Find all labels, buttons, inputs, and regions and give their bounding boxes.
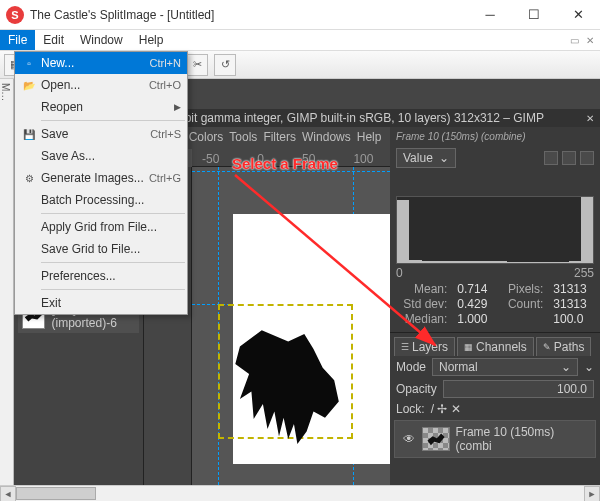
mode-value: Normal [439,360,478,374]
blank-icon [19,192,39,208]
window-minimize-button[interactable]: ─ [468,0,512,30]
menubar-edit[interactable]: Edit [35,30,72,50]
left-sidebar-tab[interactable]: M… [0,79,14,485]
panel-option-button[interactable] [580,151,594,165]
frame-heading: Frame 10 (150ms) (combine) [390,127,600,146]
menu-label: Exit [39,296,181,310]
menu-label: Preferences... [39,269,181,283]
save-icon: 💾 [19,126,39,142]
scroll-left-button[interactable]: ◄ [0,486,16,501]
menu-label: Reopen [39,100,170,114]
stat-value: 0.714 [457,282,492,296]
stat-value: 31313 [553,297,592,311]
visibility-eye-icon[interactable]: 👁 [401,432,416,446]
menu-separator [41,120,185,121]
blank-icon [19,148,39,164]
gimp-right-dock: Frame 10 (150ms) (combine) Value ⌄ 0 [390,127,600,485]
menu-open[interactable]: 📂 Open... Ctrl+O [15,74,187,96]
opacity-input[interactable]: 100.0 [443,380,594,398]
layer-list-row[interactable]: 👁 Frame 10 (150ms) (combi [394,420,596,458]
menu-shortcut: Ctrl+G [149,172,181,184]
menu-label: Batch Processing... [39,193,181,207]
menu-save-grid-to-file[interactable]: Save Grid to File... [15,238,187,260]
menu-exit[interactable]: Exit [15,292,187,314]
gimp-menu-item[interactable]: Filters [263,127,296,147]
layer-thumbnail [422,427,449,451]
layer-name: Frame 10 (150ms) (combi [456,425,589,453]
menu-save[interactable]: 💾 Save Ctrl+S [15,123,187,145]
channels-icon: ▦ [464,342,473,352]
scroll-right-button[interactable]: ► [584,486,600,501]
menu-label: Save Grid to File... [39,242,181,256]
menu-shortcut: Ctrl+N [150,57,181,69]
panel-option-button[interactable] [544,151,558,165]
window-maximize-button[interactable]: ☐ [512,0,556,30]
blank-icon [19,268,39,284]
tab-label: Layers [412,340,448,354]
paths-icon: ✎ [543,342,551,352]
stat-label: Std dev: [398,297,447,311]
scroll-track[interactable] [16,486,584,501]
menubar-help[interactable]: Help [131,30,172,50]
histogram [396,196,594,264]
gimp-menu-item[interactable]: Tools [229,127,257,147]
menu-new[interactable]: ▫ New... Ctrl+N [15,52,187,74]
tab-paths[interactable]: ✎Paths [536,337,592,356]
stat-label [503,312,544,326]
menu-generate-images[interactable]: ⚙ Generate Images... Ctrl+G [15,167,187,189]
mode-label: Mode [396,360,426,374]
tab-label: Channels [476,340,527,354]
gimp-menu-item[interactable]: Help [357,127,382,147]
file-menu-dropdown: ▫ New... Ctrl+N 📂 Open... Ctrl+O Reopen … [14,51,188,315]
menu-shortcut: Ctrl+S [150,128,181,140]
scroll-thumb[interactable] [16,487,96,500]
toolbar-button[interactable]: ↺ [214,54,236,76]
window-titlebar: S The Castle's SplitImage - [Untitled] ─… [0,0,600,30]
toolbar-button[interactable]: ✂ [186,54,208,76]
gimp-menu-item[interactable]: Windows [302,127,351,147]
gimp-close-icon[interactable]: ✕ [586,113,594,124]
panel-option-button[interactable] [562,151,576,165]
menu-apply-grid-from-file[interactable]: Apply Grid from File... [15,216,187,238]
tab-label: Paths [554,340,585,354]
tab-channels[interactable]: ▦Channels [457,337,534,356]
menu-separator [41,262,185,263]
stat-value: 100.0 [553,312,592,326]
gear-icon: ⚙ [19,170,39,186]
tab-layers[interactable]: ☰Layers [394,337,455,356]
menu-separator [41,213,185,214]
gimp-menubar: er Colors Tools Filters Windows Help [168,127,390,147]
stat-value: 1.000 [457,312,492,326]
menu-label: Apply Grid from File... [39,220,181,234]
menubar-window[interactable]: Window [72,30,131,50]
menu-label: New... [39,56,150,70]
chevron-down-icon[interactable]: ⌄ [584,360,594,374]
menu-label: Open... [39,78,149,92]
canvas-region[interactable]: -50 0 50 100 150 [168,149,390,485]
horizontal-scrollbar[interactable]: ◄ ► [0,485,600,501]
blank-icon [19,241,39,257]
gimp-menu-item[interactable]: Colors [189,127,224,147]
window-close-button[interactable]: ✕ [556,0,600,30]
channel-selector-value: Value [403,151,433,165]
layers-icon: ☰ [401,342,409,352]
lock-label: Lock: [396,402,425,416]
mode-selector[interactable]: Normal⌄ [432,358,578,376]
menu-preferences[interactable]: Preferences... [15,265,187,287]
lock-buttons[interactable]: / ✢ ✕ [431,402,461,416]
mdi-controls[interactable]: ▭ ✕ [570,35,596,46]
menu-save-as[interactable]: Save As... [15,145,187,167]
menu-separator [41,289,185,290]
submenu-arrow-icon: ▶ [174,102,181,112]
histogram-min: 0 [396,266,403,280]
menu-label: Save As... [39,149,181,163]
window-title: The Castle's SplitImage - [Untitled] [30,8,468,22]
menu-reopen[interactable]: Reopen ▶ [15,96,187,118]
channel-selector[interactable]: Value ⌄ [396,148,456,168]
menu-batch-processing[interactable]: Batch Processing... [15,189,187,211]
open-folder-icon: 📂 [19,77,39,93]
ruler-mark: 100 [353,152,373,166]
menubar-file[interactable]: File [0,30,35,50]
stat-label: Count: [503,297,544,311]
opacity-label: Opacity [396,382,437,396]
